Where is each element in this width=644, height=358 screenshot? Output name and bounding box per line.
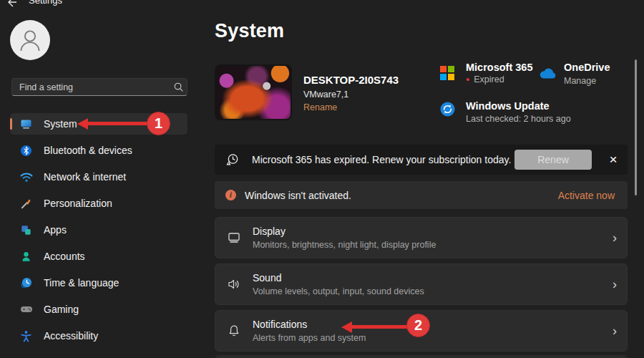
search-box[interactable] — [11, 78, 187, 96]
expired-dot-icon: • — [466, 76, 469, 83]
device-thumbnail — [215, 64, 292, 120]
onedrive-manage-link[interactable]: Manage — [564, 76, 596, 86]
annotation-arrow-2-line — [351, 325, 408, 329]
m365-expired-banner: Microsoft 365 has expired. Renew your su… — [215, 145, 628, 175]
onedrive-title: OneDrive — [564, 62, 610, 73]
activate-now-link[interactable]: Activate now — [558, 190, 615, 201]
sidebar-item-personalization[interactable]: Personalization — [10, 193, 187, 214]
sidebar-item-label: Gaming — [44, 304, 79, 315]
sidebar-item-bluetooth[interactable]: Bluetooth & devices — [10, 140, 187, 161]
sidebar-item-network[interactable]: Network & internet — [10, 166, 187, 188]
sidebar-item-label: Bluetooth & devices — [44, 145, 132, 156]
sidebar-item-label: Time & language — [44, 277, 119, 289]
avatar[interactable] — [10, 20, 50, 60]
bluetooth-icon — [19, 144, 33, 157]
scrollbar-thumb[interactable] — [635, 59, 637, 195]
window-title: Settings — [29, 0, 62, 6]
sidebar-item-label: Accounts — [44, 251, 85, 262]
selected-indicator — [10, 118, 12, 130]
device-model: VMware7,1 — [303, 90, 348, 100]
card-subtitle: Volume levels, output, input, sound devi… — [253, 286, 424, 296]
settings-window: Settings System Bluetooth & devices — [0, 0, 644, 358]
card-title: Sound — [253, 272, 281, 284]
sidebar-item-apps[interactable]: Apps — [10, 219, 187, 241]
sidebar-item-label: Personalization — [44, 198, 112, 209]
microsoft-logo-icon — [440, 66, 454, 80]
gamepad-icon — [19, 303, 33, 316]
sound-card[interactable]: Sound Volume levels, output, input, soun… — [215, 263, 628, 305]
display-icon — [225, 218, 243, 258]
close-icon[interactable]: × — [603, 145, 623, 175]
annotation-arrow-1-line — [87, 122, 148, 125]
system-monitor-icon — [19, 117, 33, 130]
sidebar-item-label: Apps — [44, 224, 67, 236]
activation-message: Windows isn't activated. — [245, 190, 351, 201]
sound-icon — [225, 264, 243, 304]
renew-button[interactable]: Renew — [514, 150, 592, 170]
sidebar-item-time-language[interactable]: Time & language — [10, 272, 187, 294]
chevron-right-icon[interactable]: › — [613, 264, 617, 304]
windows-update-title: Windows Update — [466, 100, 550, 112]
wifi-icon — [19, 170, 33, 183]
card-subtitle: Alerts from apps and system — [253, 333, 366, 343]
m365-status: • Expired — [466, 74, 504, 84]
windows-update-status: Last checked: 2 hours ago — [466, 114, 571, 124]
device-name: DESKTOP-2I0S743 — [303, 74, 399, 86]
expiring-clock-icon — [225, 153, 240, 168]
apps-icon — [19, 223, 33, 236]
card-subtitle: Monitors, brightness, night light, displ… — [253, 240, 436, 250]
accessibility-icon — [19, 329, 33, 342]
chevron-right-icon[interactable]: › — [613, 218, 617, 258]
person-icon — [14, 24, 46, 56]
accounts-person-icon — [19, 250, 33, 263]
sidebar-item-label: Accessibility — [44, 330, 98, 342]
windows-update-icon — [440, 102, 455, 120]
back-arrow-icon[interactable] — [6, 0, 17, 11]
paintbrush-icon — [19, 197, 33, 210]
sidebar-item-label: System — [44, 118, 77, 130]
search-input[interactable] — [12, 82, 170, 92]
sidebar-item-accessibility[interactable]: Accessibility — [10, 325, 187, 347]
clock-icon — [19, 276, 33, 289]
activation-row: i Windows isn't activated. Activate now — [215, 181, 628, 209]
search-icon — [170, 82, 187, 92]
banner-message: Microsoft 365 has expired. Renew your su… — [252, 154, 511, 165]
sidebar-item-label: Network & internet — [44, 171, 126, 183]
next-card-edge — [215, 355, 628, 358]
annotation-step-1: 1 — [147, 112, 170, 135]
card-title: Display — [253, 226, 286, 237]
m365-title: Microsoft 365 — [466, 62, 532, 73]
bell-icon — [225, 311, 243, 351]
rename-link[interactable]: Rename — [303, 102, 337, 112]
sidebar-item-gaming[interactable]: Gaming — [10, 299, 187, 320]
annotation-step-2: 2 — [406, 314, 430, 337]
display-card[interactable]: Display Monitors, brightness, night ligh… — [215, 217, 628, 258]
sidebar-nav: System Bluetooth & devices Network & int… — [10, 113, 187, 347]
page-title: System — [215, 20, 284, 42]
onedrive-cloud-icon — [537, 67, 557, 82]
card-title: Notifications — [253, 319, 307, 330]
info-icon: i — [225, 190, 236, 200]
chevron-right-icon[interactable]: › — [613, 311, 617, 351]
sidebar-item-accounts[interactable]: Accounts — [10, 246, 187, 267]
